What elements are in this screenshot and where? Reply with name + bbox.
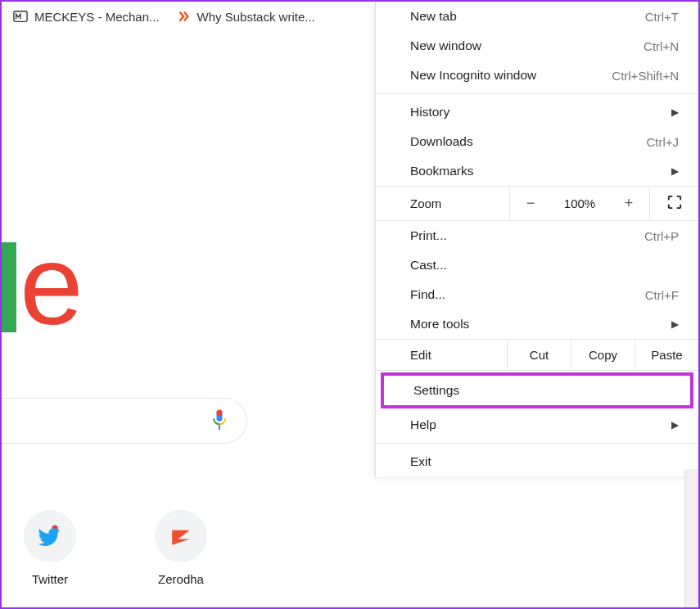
menu-shortcut: Ctrl+N <box>644 39 679 53</box>
google-logo-fragment: e <box>2 228 84 342</box>
menu-zoom-row: Zoom − 100% + <box>376 186 698 221</box>
menu-cast[interactable]: Cast... <box>376 250 698 280</box>
menu-label: New tab <box>410 9 457 24</box>
menu-divider <box>376 443 698 444</box>
menu-find[interactable]: Find... Ctrl+F <box>376 280 698 309</box>
menu-label: Cast... <box>410 258 447 273</box>
menu-label: Bookmarks <box>410 164 474 178</box>
menu-shortcut: Ctrl+Shift+N <box>612 69 679 83</box>
settings-highlight: Settings <box>381 372 693 408</box>
chrome-overflow-menu: New tab Ctrl+T New window Ctrl+N New Inc… <box>375 2 698 476</box>
voice-search-icon[interactable] <box>210 408 228 434</box>
paste-button[interactable]: Paste <box>635 340 698 370</box>
twitter-icon <box>24 510 76 562</box>
menu-label: Find... <box>410 287 445 302</box>
menu-divider <box>376 93 698 94</box>
menu-incognito[interactable]: New Incognito window Ctrl+Shift+N <box>376 61 698 90</box>
menu-label: History <box>410 105 449 120</box>
edit-label: Edit <box>376 340 507 370</box>
meckeys-favicon-icon <box>13 9 28 24</box>
menu-label: New window <box>410 38 481 53</box>
menu-shortcut: Ctrl+T <box>645 10 679 24</box>
chevron-right-icon: ▶ <box>671 106 679 118</box>
menu-shortcut: Ctrl+P <box>644 229 679 243</box>
fullscreen-button[interactable] <box>649 187 698 220</box>
menu-label: Settings <box>413 383 459 398</box>
zoom-out-button[interactable]: − <box>510 187 551 220</box>
zoom-in-button[interactable]: + <box>608 187 649 220</box>
zerodha-icon <box>155 510 207 562</box>
zoom-label: Zoom <box>376 188 509 219</box>
menu-label: Exit <box>410 454 431 469</box>
substack-favicon-icon <box>176 9 191 24</box>
menu-shortcut: Ctrl+F <box>645 288 679 302</box>
menu-edit-row: Edit Cut Copy Paste <box>376 339 698 371</box>
tab-substack[interactable]: Why Substack write... <box>168 4 323 29</box>
menu-label: Print... <box>410 228 447 243</box>
menu-new-tab[interactable]: New tab Ctrl+T <box>376 2 698 31</box>
scrollbar-fragment[interactable] <box>684 469 698 608</box>
menu-help[interactable]: Help ▶ <box>376 410 698 440</box>
zoom-value: 100% <box>551 188 608 219</box>
tab-meckeys[interactable]: MECKEYS - Mechan... <box>5 4 168 29</box>
tab-title: Why Substack write... <box>197 10 315 24</box>
menu-label: New Incognito window <box>410 68 536 83</box>
menu-more-tools[interactable]: More tools ▶ <box>376 309 698 339</box>
copy-button[interactable]: Copy <box>571 340 635 370</box>
chevron-right-icon: ▶ <box>671 318 679 330</box>
logo-letter-e-icon: e <box>20 228 84 342</box>
svg-rect-2 <box>217 409 223 415</box>
tab-title: MECKEYS - Mechan... <box>34 10 160 24</box>
chevron-right-icon: ▶ <box>671 419 679 431</box>
shortcut-zerodha[interactable]: Zerodha <box>144 510 218 586</box>
menu-label: Downloads <box>410 134 473 149</box>
menu-exit[interactable]: Exit <box>376 447 698 476</box>
logo-letter-l-icon <box>2 242 16 332</box>
cut-button[interactable]: Cut <box>507 340 571 370</box>
menu-bookmarks[interactable]: Bookmarks ▶ <box>376 156 698 186</box>
menu-settings[interactable]: Settings <box>384 376 690 405</box>
shortcut-label: Zerodha <box>158 572 204 586</box>
shortcut-twitter[interactable]: Twitter <box>13 510 87 586</box>
menu-label: Help <box>410 417 436 432</box>
menu-history[interactable]: History ▶ <box>376 97 698 127</box>
menu-print[interactable]: Print... Ctrl+P <box>376 221 698 250</box>
shortcuts-row: Twitter Zerodha <box>13 510 218 586</box>
menu-shortcut: Ctrl+J <box>646 135 679 149</box>
fullscreen-icon <box>667 195 682 210</box>
menu-label: More tools <box>410 317 469 332</box>
menu-new-window[interactable]: New window Ctrl+N <box>376 31 698 61</box>
chevron-right-icon: ▶ <box>671 165 679 177</box>
search-box-fragment[interactable] <box>2 398 247 444</box>
shortcut-label: Twitter <box>32 572 68 586</box>
menu-downloads[interactable]: Downloads Ctrl+J <box>376 127 698 156</box>
